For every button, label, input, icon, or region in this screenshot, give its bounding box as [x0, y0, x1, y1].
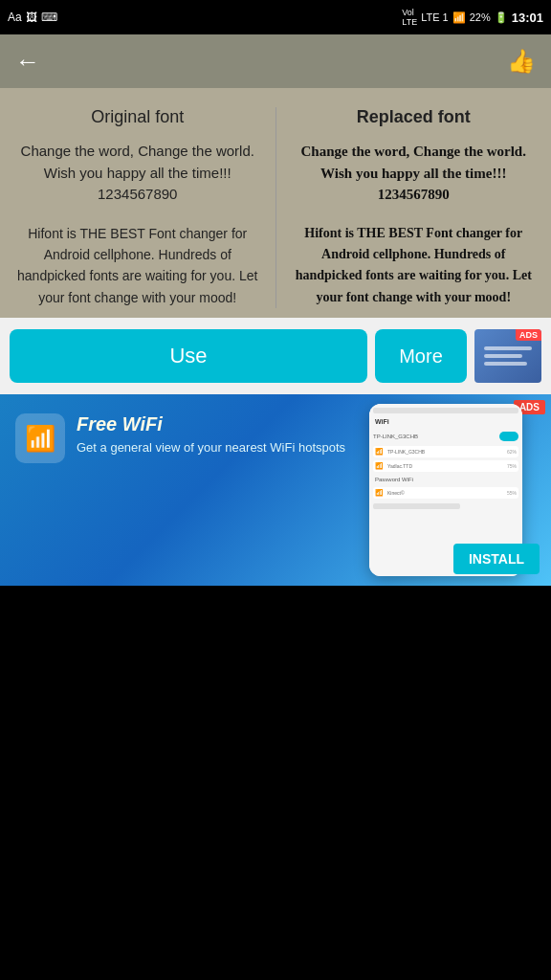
- status-icon-aa: Aa: [8, 11, 22, 24]
- replaced-sample-text-1: Change the word, Change the world. Wish …: [292, 141, 537, 206]
- phone-item-text-2: Yadlac.TTD: [387, 463, 503, 469]
- status-icon-usb: ⌨: [41, 11, 57, 24]
- action-row: Use More ADS: [0, 318, 551, 394]
- phone-list-item-3: 📶 Kinect© 55%: [373, 487, 518, 499]
- phone-pct-2: 75%: [507, 463, 517, 469]
- replaced-font-col: Replaced font Change the word, Change th…: [276, 107, 552, 308]
- lte-1-label: LTE 1: [421, 11, 449, 23]
- ads-line-1: [484, 346, 532, 350]
- replaced-font-header: Replaced font: [292, 107, 537, 127]
- ad-subtitle: Get a general view of your nearest WiFi …: [77, 439, 345, 457]
- status-left-icons: Aa 🖼 ⌨: [8, 11, 57, 24]
- vol-lte-label: VolLTE: [402, 8, 417, 27]
- original-sample-text-1: Change the word, Change the world. Wish …: [15, 141, 260, 206]
- use-button[interactable]: Use: [10, 329, 367, 383]
- phone-top-bar: [373, 408, 518, 413]
- back-button[interactable]: ←: [15, 49, 40, 74]
- replaced-sample-text-2: Hifont is THE BEST Font changer for Andr…: [292, 223, 537, 309]
- ads-thumbnail[interactable]: ADS: [474, 329, 541, 383]
- wifi-icon-wrap: 📶: [15, 413, 65, 463]
- phone-signal-2: 📶: [375, 462, 384, 470]
- phone-list-item-1: 📶 TP-LINK_G3CHB 62%: [373, 446, 518, 457]
- install-button[interactable]: INSTALL: [453, 544, 540, 574]
- phone-signal-3: 📶: [375, 489, 384, 497]
- phone-wifi-toggle: [499, 432, 518, 441]
- top-bar: ← 👍: [0, 34, 551, 88]
- battery-pct: 22%: [470, 11, 491, 23]
- status-icon-img: 🖼: [26, 11, 37, 24]
- like-button[interactable]: 👍: [507, 48, 536, 75]
- ad-text-block: Free WiFi Get a general view of your nea…: [77, 413, 345, 457]
- ad-title: Free WiFi: [77, 413, 345, 435]
- more-button[interactable]: More: [375, 329, 467, 383]
- clock: 13:01: [512, 11, 543, 25]
- phone-list-item-2: 📶 Yadlac.TTD 75%: [373, 460, 518, 472]
- phone-on-label: TP-LINK_G3CHB: [373, 434, 418, 439]
- status-bar: Aa 🖼 ⌨ VolLTE LTE 1 📶 22% 🔋 13:01: [0, 0, 551, 34]
- phone-wifi-toggle-row: TP-LINK_G3CHB: [373, 430, 518, 443]
- font-columns: Original font Change the word, Change th…: [0, 107, 551, 308]
- signal-bars: 📶: [452, 11, 466, 24]
- battery-icon: 🔋: [495, 11, 508, 24]
- phone-signal-1: 📶: [375, 448, 384, 456]
- original-font-header: Original font: [15, 107, 260, 127]
- ads-badge: ADS: [516, 329, 541, 341]
- phone-bottom-bar: [373, 503, 460, 509]
- phone-pct-1: 62%: [507, 449, 517, 455]
- ad-banner[interactable]: ADS 📶 Free WiFi Get a general view of yo…: [0, 394, 551, 586]
- phone-wifi-label: WiFi: [373, 416, 518, 427]
- original-font-col: Original font Change the word, Change th…: [0, 107, 276, 308]
- phone-item-text-3: Kinect©: [387, 490, 503, 496]
- ads-line-3: [484, 362, 527, 366]
- font-preview-area: Original font Change the word, Change th…: [0, 88, 551, 318]
- phone-pct-3: 55%: [507, 490, 517, 496]
- status-right-info: VolLTE LTE 1 📶 22% 🔋 13:01: [402, 8, 543, 27]
- phone-password-label: Password WiFi: [373, 475, 518, 484]
- wifi-icon: 📶: [25, 424, 55, 454]
- ads-thumb-lines: [476, 339, 540, 373]
- ads-line-2: [484, 354, 522, 358]
- original-sample-text-2: Hifont is THE BEST Font changer for Andr…: [15, 223, 260, 309]
- phone-item-text-1: TP-LINK_G3CHB: [387, 449, 503, 455]
